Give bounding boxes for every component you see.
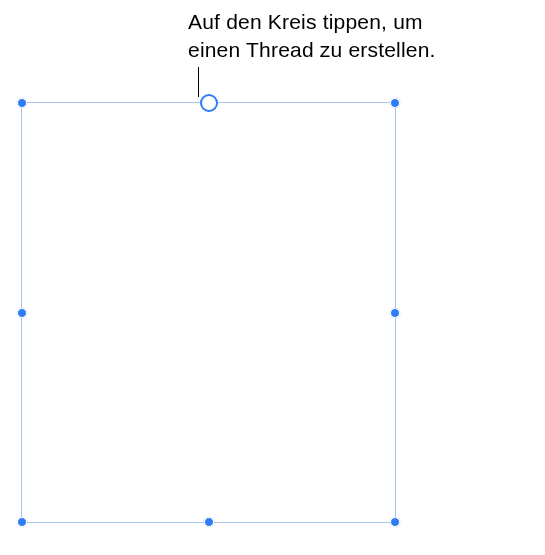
callout-text: Auf den Kreis tippen, um einen Thread zu… (188, 8, 436, 65)
resize-handle-top-left[interactable] (17, 98, 27, 108)
callout-text-line-2: einen Thread zu erstellen. (188, 38, 436, 61)
resize-handle-top-right[interactable] (390, 98, 400, 108)
resize-handle-bottom-right[interactable] (390, 517, 400, 527)
resize-handle-middle-right[interactable] (390, 308, 400, 318)
selected-object-bounding-box[interactable] (21, 102, 396, 523)
callout-leader-line (198, 67, 199, 97)
callout-text-line-1: Auf den Kreis tippen, um (188, 10, 423, 33)
thread-create-circle[interactable] (200, 94, 218, 112)
resize-handle-middle-left[interactable] (17, 308, 27, 318)
resize-handle-bottom-center[interactable] (204, 517, 214, 527)
resize-handle-bottom-left[interactable] (17, 517, 27, 527)
